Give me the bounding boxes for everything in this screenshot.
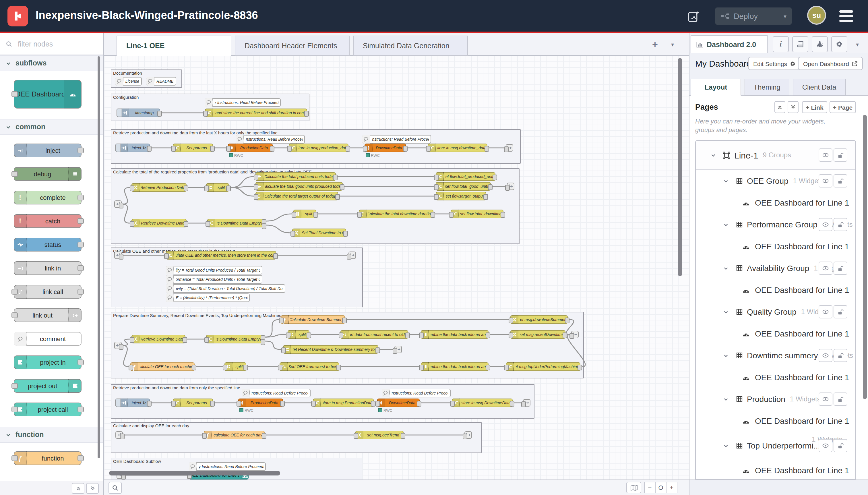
node-input-port[interactable] xyxy=(419,365,424,370)
tree-widget-row[interactable]: OEE Dashboard for Line 1 xyxy=(696,323,855,344)
node-input-port[interactable] xyxy=(339,332,343,338)
node-output-port[interactable] xyxy=(184,186,188,191)
settings-gear-icon[interactable] xyxy=(831,36,847,52)
sidebar-subtab-theming[interactable]: Theming xyxy=(745,79,789,96)
node-output-port[interactable] xyxy=(562,332,567,338)
change-node[interactable]: Set params xyxy=(173,398,213,407)
node-output-port[interactable] xyxy=(405,332,410,338)
palette-section-subflows[interactable]: subflows xyxy=(0,55,103,71)
join-node[interactable]: Combine the data back into an array. xyxy=(421,362,488,371)
node-output-port-2[interactable] xyxy=(261,339,265,345)
link-out-node[interactable] xyxy=(507,183,514,190)
node-input-port[interactable] xyxy=(278,365,282,370)
node-input-port[interactable] xyxy=(434,184,439,190)
flow-canvas[interactable]: DocumentationConfigurationRetrieve produ… xyxy=(104,56,689,479)
change-node[interactable]: Calculate OEE and other metrics, then st… xyxy=(166,251,276,259)
palette-node-comment[interactable]: comment xyxy=(14,332,82,346)
link-out-node[interactable] xyxy=(465,431,472,439)
join-node[interactable]: Combine the data back into an array. xyxy=(421,330,488,339)
tree-group-row-production[interactable]: Production1 Widgets xyxy=(696,388,855,410)
tree-page-row[interactable]: Line-19 Groups xyxy=(696,141,855,170)
palette-node-link-call[interactable]: link call xyxy=(14,285,82,298)
node-output-port[interactable] xyxy=(577,365,582,370)
node-output-port[interactable] xyxy=(371,401,376,407)
node-output-port[interactable] xyxy=(336,365,341,370)
node-output-port[interactable] xyxy=(313,212,318,218)
change-node[interactable]: store in msg.production_data xyxy=(289,143,348,152)
split-node[interactable]: split xyxy=(224,362,246,371)
node-output-port[interactable] xyxy=(340,184,344,190)
node-output-port[interactable] xyxy=(77,195,84,200)
palette-collapse-all-button[interactable] xyxy=(72,483,84,494)
node-input-port[interactable] xyxy=(128,365,133,370)
zoom-out-button[interactable]: − xyxy=(644,482,656,493)
palette-node-oee-dashboard[interactable]: OEE Dashboard xyxy=(14,80,82,108)
add-page-button[interactable]: + Page xyxy=(830,101,856,113)
node-input-port[interactable] xyxy=(254,194,258,200)
calc-node[interactable]: Calculate the total target output of tod… xyxy=(256,192,338,200)
node-output-port[interactable] xyxy=(492,174,497,180)
node-input-port[interactable] xyxy=(286,332,291,338)
node-input-port[interactable] xyxy=(223,365,227,370)
comment-node[interactable]: Availavity = (Total Shift Duration - Tot… xyxy=(166,284,285,293)
comment-node[interactable]: Key Instructions: Read Before Proceeding xyxy=(236,135,305,143)
zoom-reset-button[interactable]: O xyxy=(655,482,666,493)
palette-section-function[interactable]: function xyxy=(0,427,103,443)
link-port[interactable] xyxy=(570,333,574,339)
node-input-port[interactable] xyxy=(376,401,380,407)
change-node[interactable]: set msg.topUnderPerformingMachines xyxy=(506,362,580,371)
node-output-port[interactable] xyxy=(77,289,84,295)
sort-node[interactable]: Sort OEE from worst to best xyxy=(280,362,339,371)
node-input-port[interactable] xyxy=(254,184,258,190)
function-node[interactable]: fCalculate Downtime Summery xyxy=(281,315,345,324)
visibility-eye-icon[interactable] xyxy=(819,439,832,452)
node-input-port[interactable] xyxy=(434,174,439,180)
node-output-port[interactable] xyxy=(226,186,231,191)
node-output-port[interactable] xyxy=(184,221,188,227)
node-output-port[interactable] xyxy=(403,146,407,152)
flow-tab-line-1-oee[interactable]: Line-1 OEE xyxy=(117,36,231,56)
info-icon[interactable]: i xyxy=(773,36,789,52)
link-port[interactable] xyxy=(347,254,351,259)
node-output-port[interactable] xyxy=(77,265,84,271)
comment-node[interactable]: License xyxy=(116,77,142,86)
palette-node-complete[interactable]: !complete xyxy=(14,191,82,204)
split-node[interactable]: split xyxy=(288,330,309,339)
link-in-node[interactable] xyxy=(116,431,123,439)
link-out-node[interactable] xyxy=(571,331,579,338)
palette-node-debug[interactable]: debug xyxy=(14,167,82,181)
calc-node[interactable]: Calculate the total good units produced … xyxy=(256,182,343,191)
change-node[interactable]: store in msg.downtime_data xyxy=(428,143,487,152)
node-output-port[interactable] xyxy=(77,148,84,153)
node-input-port[interactable] xyxy=(130,337,134,343)
node-output-port[interactable] xyxy=(77,455,84,461)
link-port[interactable] xyxy=(119,344,123,350)
change-node[interactable]: Set Total Downtime to 0 xyxy=(292,228,346,237)
sidebar-tab-dashboard[interactable]: Dashboard 2.0 xyxy=(691,35,767,53)
node-output-port[interactable] xyxy=(77,242,84,248)
link-in-node[interactable] xyxy=(114,342,122,349)
node-output-port[interactable] xyxy=(147,401,152,407)
visibility-eye-icon[interactable] xyxy=(819,149,832,161)
node-output-port[interactable] xyxy=(77,218,84,224)
minimap-button[interactable] xyxy=(626,482,641,493)
db-node[interactable]: DowntimeData xyxy=(365,143,406,152)
node-input-port[interactable] xyxy=(12,455,18,461)
link-port[interactable] xyxy=(393,348,397,354)
change-node[interactable]: set flow.target_output xyxy=(436,192,486,200)
edit-settings-button[interactable]: Edit Settings xyxy=(748,57,801,70)
node-output-port[interactable] xyxy=(335,194,340,200)
node-output-port[interactable] xyxy=(147,146,152,152)
node-input-port[interactable] xyxy=(202,433,207,439)
node-input-port[interactable] xyxy=(292,212,296,218)
node-output-port[interactable] xyxy=(77,407,84,412)
comment-node[interactable]: Key Instructions: Read Before Proceeding xyxy=(205,98,281,107)
user-avatar[interactable]: su xyxy=(807,6,826,25)
node-input-port[interactable] xyxy=(237,401,241,407)
node-input-port[interactable] xyxy=(287,146,292,152)
node-output-port[interactable] xyxy=(488,184,492,190)
node-input-port[interactable] xyxy=(12,289,18,295)
node-output-port[interactable] xyxy=(210,401,215,407)
change-node[interactable]: store in msg.ProductionData xyxy=(313,398,374,407)
function-node[interactable]: fCalculate OEE for each machine xyxy=(130,362,195,371)
